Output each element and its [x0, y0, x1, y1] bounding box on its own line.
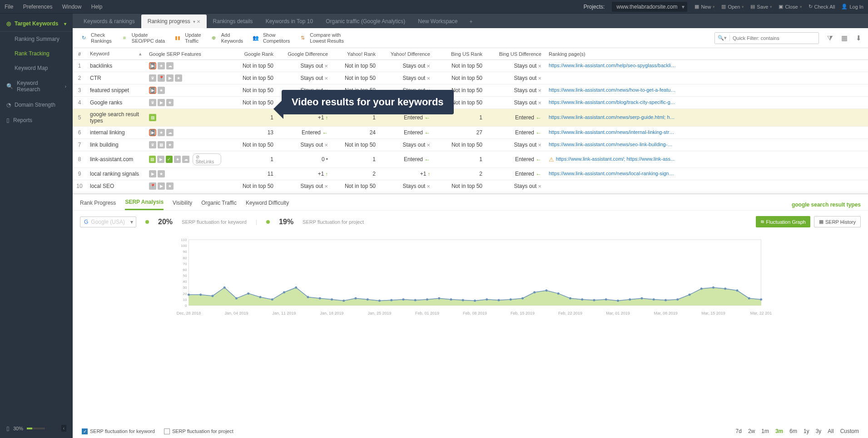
- col-yahoo-rank[interactable]: Yahoo! Rank: [332, 48, 379, 60]
- col-num[interactable]: #: [73, 48, 86, 60]
- col-yahoo-diff[interactable]: Yahoo! Difference: [379, 48, 434, 60]
- tab-rankings-details[interactable]: Rankings details: [207, 15, 259, 28]
- dot-icon: [266, 220, 270, 224]
- col-ranking-pages[interactable]: Ranking page(s): [545, 48, 868, 60]
- download-icon[interactable]: ⬇: [856, 34, 862, 42]
- ranking-url[interactable]: https://www.link-assistant.com/; https:/…: [556, 156, 675, 162]
- collapse-sidebar[interactable]: ‹: [61, 425, 66, 432]
- save-button[interactable]: ▤Save▾: [750, 4, 772, 10]
- range-3y[interactable]: 3y: [816, 428, 822, 434]
- svg-point-55: [689, 294, 691, 296]
- svg-point-34: [438, 297, 440, 300]
- col-bing-rank[interactable]: Bing US Rank: [434, 48, 486, 60]
- star-icon: ★: [166, 141, 174, 148]
- check-rankings-button[interactable]: ↻CheckRankings: [79, 32, 112, 43]
- subtab-serp-analysis[interactable]: SERP Analysis: [125, 199, 164, 210]
- checkbox-proj-fluctuation[interactable]: SERP fluctuation for project: [164, 428, 233, 434]
- ranking-url[interactable]: https://www.link-assistant.com/news/inte…: [549, 129, 676, 135]
- svg-text:40: 40: [183, 280, 187, 284]
- check-all-button[interactable]: ↻Check All: [808, 4, 835, 10]
- col-serp-features[interactable]: Google SERP Features: [145, 48, 225, 60]
- show-competitors-button[interactable]: 👥ShowCompetitors: [251, 32, 290, 43]
- range-7d[interactable]: 7d: [736, 428, 742, 434]
- serp-history-button[interactable]: ▦SERP History: [814, 216, 861, 227]
- fluctuation-graph-button[interactable]: ≋Fluctuation Graph: [756, 216, 810, 227]
- filter-icon[interactable]: ⧩: [827, 34, 833, 42]
- ranking-url[interactable]: https://www.link-assistant.com/news/loca…: [549, 171, 676, 176]
- range-6m[interactable]: 6m: [789, 428, 797, 434]
- ranking-url[interactable]: https://www.link-assistant.com/news/seo-…: [549, 142, 676, 147]
- tab-ranking-progress[interactable]: Ranking progress▾ ✕: [141, 15, 207, 28]
- table-row[interactable]: 9local ranking signals▶★11+1 ↑2 +1 ↑2 En…: [73, 168, 868, 180]
- table-row[interactable]: 6internal linking▶★☁13Entered ←24Entered…: [73, 127, 868, 139]
- close-button[interactable]: ▣Close▾: [779, 4, 802, 10]
- svg-point-42: [533, 291, 536, 294]
- table-row[interactable]: 5google search result types▧1 +1 ↑1Enter…: [73, 109, 868, 127]
- update-seo-button[interactable]: ≡UpdateSEO/PPC data: [120, 32, 165, 43]
- sidebar-reports[interactable]: ▯Reports: [0, 113, 73, 128]
- svg-point-56: [700, 288, 703, 290]
- project-selector[interactable]: www.thelabradorsite.com: [612, 2, 687, 12]
- ranking-url[interactable]: https://www.link-assistant.com/news/serp…: [549, 114, 676, 120]
- ranking-url[interactable]: https://www.link-assistant.com/news/how-…: [549, 87, 676, 93]
- col-google-rank[interactable]: Google Rank: [225, 48, 277, 60]
- sidebar-target-keywords[interactable]: ◎Target Keywords▾: [0, 16, 73, 32]
- search-input[interactable]: [730, 35, 818, 41]
- subtab-keyword-difficulty[interactable]: Keyword Difficulty: [246, 200, 289, 210]
- table-row[interactable]: 3featured snippet▶★Not in top 50Stays ou…: [73, 84, 868, 97]
- svg-point-41: [521, 297, 524, 300]
- svg-point-33: [426, 298, 428, 300]
- table-row[interactable]: 8link-assistant.com▧▶✓★☁⊘ SiteLinks1 0 •…: [73, 151, 868, 168]
- table-row[interactable]: 2CTR♛📍▶★Not in top 50Stays out ×Not in t…: [73, 72, 868, 84]
- compare-button[interactable]: ⇅Compare withLowest Results: [298, 32, 344, 43]
- svg-point-13: [188, 294, 190, 296]
- add-tab-button[interactable]: ＋: [464, 15, 478, 28]
- table-row[interactable]: 7link building♛▦★Not in top 50Stays out …: [73, 139, 868, 151]
- range-2w[interactable]: 2w: [748, 428, 755, 434]
- range-all[interactable]: All: [828, 428, 833, 434]
- sidebar-keyword-map[interactable]: Keyword Map: [0, 61, 73, 75]
- subtab-rank-progress[interactable]: Rank Progress: [80, 200, 116, 210]
- checkbox-kw-fluctuation[interactable]: ✓SERP fluctuation for keyword: [82, 428, 155, 434]
- add-keywords-button[interactable]: ⊕AddKeywords: [209, 32, 243, 43]
- star-icon: ★: [166, 182, 174, 190]
- col-keyword[interactable]: Keyword ▴: [86, 48, 145, 60]
- table-row[interactable]: 10local SEO📍▶★Not in top 50Stays out ×No…: [73, 180, 868, 192]
- table-row[interactable]: 4Google ranks♛▶★Not in top 50Stays out ×…: [73, 97, 868, 109]
- tab-keywords-top10[interactable]: Keywords in Top 10: [259, 15, 320, 28]
- sidebar-rank-tracking[interactable]: Rank Tracking: [0, 46, 73, 61]
- subtab-organic-traffic[interactable]: Organic Traffic: [201, 200, 237, 210]
- menu-file[interactable]: File: [5, 4, 13, 10]
- ranking-url[interactable]: https://www.link-assistant.com/help/seo-…: [549, 63, 676, 68]
- new-button[interactable]: ▦New▾: [694, 4, 715, 10]
- tab-new-workspace[interactable]: New Workspace: [412, 15, 464, 28]
- range-custom[interactable]: Custom: [840, 428, 859, 434]
- sidebar-ranking-summary[interactable]: Ranking Summary: [0, 32, 73, 46]
- table-row[interactable]: 1backlinks▶★☁Not in top 50Stays out ×Not…: [73, 60, 868, 72]
- ranking-url[interactable]: https://www.link-assistant.com/blog/trac…: [549, 99, 676, 105]
- svg-text:50: 50: [183, 274, 187, 278]
- quick-filter[interactable]: 🔍▾: [714, 32, 819, 44]
- range-1m[interactable]: 1m: [761, 428, 769, 434]
- range-1y[interactable]: 1y: [804, 428, 809, 434]
- tab-keywords-rankings[interactable]: Keywords & rankings: [77, 15, 141, 28]
- col-bing-diff[interactable]: Bing US Difference: [486, 48, 545, 60]
- range-3m[interactable]: 3m: [775, 428, 783, 434]
- subtab-visibility[interactable]: Visibility: [173, 200, 192, 210]
- sidebar-domain-strength[interactable]: ◔Domain Strength: [0, 97, 73, 113]
- crown-icon: ♛: [149, 141, 156, 148]
- menu-help[interactable]: Help: [91, 4, 103, 10]
- menu-preferences[interactable]: Preferences: [23, 4, 53, 10]
- sidebar-keyword-research[interactable]: 🔍Keyword Research›: [0, 75, 73, 97]
- grid-icon[interactable]: ▦: [841, 34, 848, 42]
- update-traffic-button[interactable]: ▮▮UpdateTraffic: [173, 32, 201, 43]
- login-button[interactable]: 👤Log In: [841, 4, 863, 10]
- col-google-diff[interactable]: Google Difference: [277, 48, 332, 60]
- tab-organic-traffic[interactable]: Organic traffic (Google Analytics): [319, 15, 412, 28]
- keyword-fluctuation-pct: 20%: [158, 218, 173, 226]
- open-button[interactable]: ▥Open▾: [721, 4, 744, 10]
- tab-close-icon[interactable]: ▾ ✕: [193, 19, 200, 24]
- target-icon: ◎: [6, 20, 11, 27]
- menu-window[interactable]: Window: [62, 4, 82, 10]
- search-engine-selector[interactable]: GGoogle (USA): [80, 217, 136, 227]
